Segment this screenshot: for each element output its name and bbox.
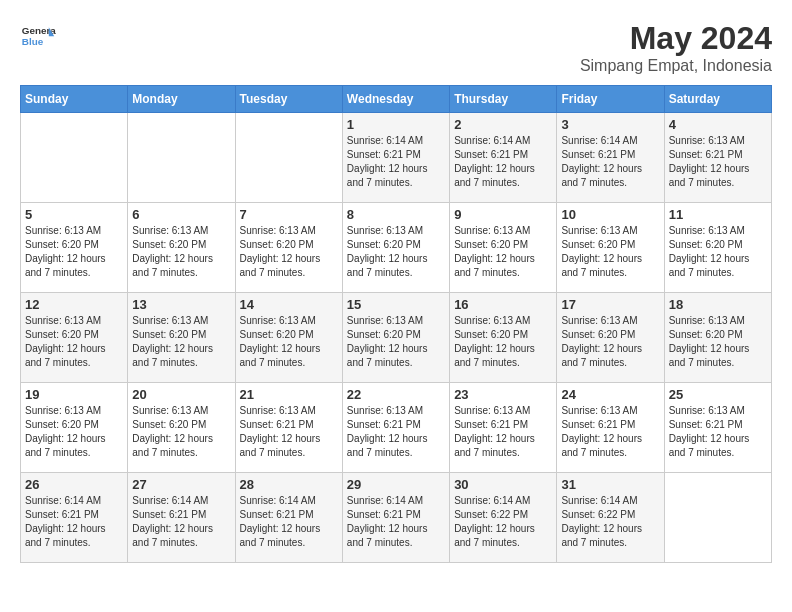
day-info: Sunrise: 6:14 AMSunset: 6:21 PMDaylight:… — [132, 494, 230, 550]
day-number: 1 — [347, 117, 445, 132]
calendar-cell: 18Sunrise: 6:13 AMSunset: 6:20 PMDayligh… — [664, 293, 771, 383]
svg-text:Blue: Blue — [22, 36, 44, 47]
day-info: Sunrise: 6:13 AMSunset: 6:21 PMDaylight:… — [240, 404, 338, 460]
day-info: Sunrise: 6:13 AMSunset: 6:20 PMDaylight:… — [25, 224, 123, 280]
calendar-table: SundayMondayTuesdayWednesdayThursdayFrid… — [20, 85, 772, 563]
day-number: 18 — [669, 297, 767, 312]
day-number: 10 — [561, 207, 659, 222]
day-info: Sunrise: 6:13 AMSunset: 6:21 PMDaylight:… — [669, 134, 767, 190]
day-number: 19 — [25, 387, 123, 402]
day-number: 22 — [347, 387, 445, 402]
week-row-4: 19Sunrise: 6:13 AMSunset: 6:20 PMDayligh… — [21, 383, 772, 473]
day-info: Sunrise: 6:14 AMSunset: 6:21 PMDaylight:… — [240, 494, 338, 550]
day-number: 9 — [454, 207, 552, 222]
day-number: 5 — [25, 207, 123, 222]
calendar-cell: 17Sunrise: 6:13 AMSunset: 6:20 PMDayligh… — [557, 293, 664, 383]
calendar-cell: 2Sunrise: 6:14 AMSunset: 6:21 PMDaylight… — [450, 113, 557, 203]
calendar-cell: 5Sunrise: 6:13 AMSunset: 6:20 PMDaylight… — [21, 203, 128, 293]
calendar-cell: 15Sunrise: 6:13 AMSunset: 6:20 PMDayligh… — [342, 293, 449, 383]
day-info: Sunrise: 6:13 AMSunset: 6:20 PMDaylight:… — [454, 314, 552, 370]
calendar-cell — [128, 113, 235, 203]
calendar-cell: 9Sunrise: 6:13 AMSunset: 6:20 PMDaylight… — [450, 203, 557, 293]
calendar-cell: 13Sunrise: 6:13 AMSunset: 6:20 PMDayligh… — [128, 293, 235, 383]
calendar-cell: 7Sunrise: 6:13 AMSunset: 6:20 PMDaylight… — [235, 203, 342, 293]
day-number: 4 — [669, 117, 767, 132]
day-info: Sunrise: 6:14 AMSunset: 6:21 PMDaylight:… — [25, 494, 123, 550]
header-row: SundayMondayTuesdayWednesdayThursdayFrid… — [21, 86, 772, 113]
calendar-cell: 8Sunrise: 6:13 AMSunset: 6:20 PMDaylight… — [342, 203, 449, 293]
calendar-cell: 27Sunrise: 6:14 AMSunset: 6:21 PMDayligh… — [128, 473, 235, 563]
calendar-cell: 20Sunrise: 6:13 AMSunset: 6:20 PMDayligh… — [128, 383, 235, 473]
calendar-cell: 6Sunrise: 6:13 AMSunset: 6:20 PMDaylight… — [128, 203, 235, 293]
day-number: 20 — [132, 387, 230, 402]
calendar-cell — [664, 473, 771, 563]
calendar-cell: 22Sunrise: 6:13 AMSunset: 6:21 PMDayligh… — [342, 383, 449, 473]
calendar-cell: 14Sunrise: 6:13 AMSunset: 6:20 PMDayligh… — [235, 293, 342, 383]
logo-icon: General Blue — [20, 20, 56, 56]
calendar-cell: 21Sunrise: 6:13 AMSunset: 6:21 PMDayligh… — [235, 383, 342, 473]
day-number: 27 — [132, 477, 230, 492]
day-number: 24 — [561, 387, 659, 402]
day-info: Sunrise: 6:13 AMSunset: 6:20 PMDaylight:… — [669, 224, 767, 280]
day-number: 8 — [347, 207, 445, 222]
calendar-cell: 28Sunrise: 6:14 AMSunset: 6:21 PMDayligh… — [235, 473, 342, 563]
calendar-cell: 26Sunrise: 6:14 AMSunset: 6:21 PMDayligh… — [21, 473, 128, 563]
calendar-cell: 29Sunrise: 6:14 AMSunset: 6:21 PMDayligh… — [342, 473, 449, 563]
day-number: 16 — [454, 297, 552, 312]
column-header-sunday: Sunday — [21, 86, 128, 113]
week-row-3: 12Sunrise: 6:13 AMSunset: 6:20 PMDayligh… — [21, 293, 772, 383]
day-info: Sunrise: 6:13 AMSunset: 6:20 PMDaylight:… — [669, 314, 767, 370]
day-info: Sunrise: 6:13 AMSunset: 6:21 PMDaylight:… — [561, 404, 659, 460]
main-title: May 2024 — [580, 20, 772, 57]
day-info: Sunrise: 6:13 AMSunset: 6:21 PMDaylight:… — [669, 404, 767, 460]
day-info: Sunrise: 6:13 AMSunset: 6:20 PMDaylight:… — [240, 314, 338, 370]
day-number: 3 — [561, 117, 659, 132]
day-info: Sunrise: 6:13 AMSunset: 6:21 PMDaylight:… — [347, 404, 445, 460]
day-info: Sunrise: 6:13 AMSunset: 6:20 PMDaylight:… — [132, 404, 230, 460]
calendar-cell: 1Sunrise: 6:14 AMSunset: 6:21 PMDaylight… — [342, 113, 449, 203]
day-info: Sunrise: 6:14 AMSunset: 6:21 PMDaylight:… — [347, 494, 445, 550]
week-row-1: 1Sunrise: 6:14 AMSunset: 6:21 PMDaylight… — [21, 113, 772, 203]
column-header-tuesday: Tuesday — [235, 86, 342, 113]
calendar-cell: 25Sunrise: 6:13 AMSunset: 6:21 PMDayligh… — [664, 383, 771, 473]
day-number: 30 — [454, 477, 552, 492]
calendar-cell — [21, 113, 128, 203]
day-number: 28 — [240, 477, 338, 492]
page-header: General Blue May 2024 Simpang Empat, Ind… — [20, 20, 772, 75]
calendar-cell: 31Sunrise: 6:14 AMSunset: 6:22 PMDayligh… — [557, 473, 664, 563]
week-row-2: 5Sunrise: 6:13 AMSunset: 6:20 PMDaylight… — [21, 203, 772, 293]
day-number: 23 — [454, 387, 552, 402]
week-row-5: 26Sunrise: 6:14 AMSunset: 6:21 PMDayligh… — [21, 473, 772, 563]
calendar-cell: 4Sunrise: 6:13 AMSunset: 6:21 PMDaylight… — [664, 113, 771, 203]
day-info: Sunrise: 6:14 AMSunset: 6:22 PMDaylight:… — [561, 494, 659, 550]
day-number: 25 — [669, 387, 767, 402]
day-number: 13 — [132, 297, 230, 312]
day-number: 26 — [25, 477, 123, 492]
day-info: Sunrise: 6:14 AMSunset: 6:21 PMDaylight:… — [561, 134, 659, 190]
column-header-friday: Friday — [557, 86, 664, 113]
day-info: Sunrise: 6:13 AMSunset: 6:20 PMDaylight:… — [561, 224, 659, 280]
day-number: 15 — [347, 297, 445, 312]
day-info: Sunrise: 6:14 AMSunset: 6:21 PMDaylight:… — [454, 134, 552, 190]
column-header-wednesday: Wednesday — [342, 86, 449, 113]
day-info: Sunrise: 6:13 AMSunset: 6:20 PMDaylight:… — [25, 404, 123, 460]
calendar-cell: 24Sunrise: 6:13 AMSunset: 6:21 PMDayligh… — [557, 383, 664, 473]
day-info: Sunrise: 6:13 AMSunset: 6:20 PMDaylight:… — [132, 224, 230, 280]
day-number: 14 — [240, 297, 338, 312]
day-info: Sunrise: 6:13 AMSunset: 6:20 PMDaylight:… — [132, 314, 230, 370]
day-number: 17 — [561, 297, 659, 312]
day-number: 2 — [454, 117, 552, 132]
calendar-cell: 12Sunrise: 6:13 AMSunset: 6:20 PMDayligh… — [21, 293, 128, 383]
day-info: Sunrise: 6:13 AMSunset: 6:20 PMDaylight:… — [561, 314, 659, 370]
calendar-cell: 30Sunrise: 6:14 AMSunset: 6:22 PMDayligh… — [450, 473, 557, 563]
title-block: May 2024 Simpang Empat, Indonesia — [580, 20, 772, 75]
calendar-cell: 16Sunrise: 6:13 AMSunset: 6:20 PMDayligh… — [450, 293, 557, 383]
day-number: 31 — [561, 477, 659, 492]
day-info: Sunrise: 6:13 AMSunset: 6:20 PMDaylight:… — [240, 224, 338, 280]
day-info: Sunrise: 6:13 AMSunset: 6:21 PMDaylight:… — [454, 404, 552, 460]
day-number: 7 — [240, 207, 338, 222]
day-info: Sunrise: 6:14 AMSunset: 6:21 PMDaylight:… — [347, 134, 445, 190]
day-number: 6 — [132, 207, 230, 222]
day-number: 11 — [669, 207, 767, 222]
column-header-thursday: Thursday — [450, 86, 557, 113]
